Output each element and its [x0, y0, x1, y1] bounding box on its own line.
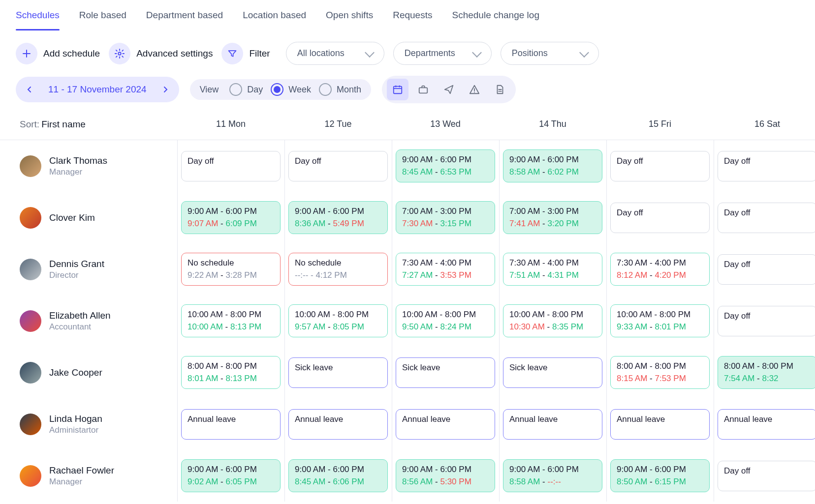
schedule-cell[interactable]: 7:00 AM - 3:00 PM7:30 AM - 3:15 PM: [392, 192, 499, 243]
schedule-cell[interactable]: Annual leave: [714, 398, 815, 450]
employee-cell[interactable]: Clark ThomasManager: [0, 140, 177, 192]
schedule-cell[interactable]: Day off: [177, 140, 284, 192]
prev-week-button[interactable]: [21, 81, 38, 98]
schedule-cell[interactable]: 7:30 AM - 4:00 PM7:51 AM - 4:31 PM: [499, 243, 606, 295]
tab-schedules[interactable]: Schedules: [16, 4, 60, 30]
warning-button[interactable]: [464, 79, 485, 100]
shift-time: Day off: [295, 155, 381, 168]
schedule-row: Linda HoganAdministartorAnnual leaveAnnu…: [0, 398, 815, 450]
shift-card: Day off: [718, 306, 815, 336]
shift-time: Day off: [724, 155, 811, 168]
departments-select[interactable]: Departments: [393, 42, 492, 65]
schedule-cell[interactable]: Annual leave: [284, 398, 392, 450]
schedule-cell[interactable]: 10:00 AM - 8:00 PM10:00 AM - 8:13 PM: [177, 295, 284, 347]
employee-cell[interactable]: Dennis GrantDirector: [0, 243, 177, 295]
advanced-settings-button[interactable]: Advanced settings: [109, 43, 213, 64]
calendar-button[interactable]: [387, 79, 408, 100]
schedule-cell[interactable]: 9:00 AM - 6:00 PM8:45 AM - 6:53 PM: [392, 140, 499, 192]
tab-location-based[interactable]: Location based: [243, 4, 306, 30]
schedule-cell[interactable]: Annual leave: [177, 398, 284, 450]
schedule-cell[interactable]: 9:00 AM - 6:00 PM8:56 AM - 5:30 PM: [392, 450, 499, 502]
locations-select-value: All locations: [297, 48, 345, 59]
schedule-cell[interactable]: Day off: [714, 243, 815, 295]
avatar: [20, 155, 41, 177]
schedule-cell[interactable]: 9:00 AM - 6:00 PM8:36 AM - 5:49 PM: [284, 192, 392, 243]
sort-header[interactable]: Sort: First name: [0, 116, 177, 140]
schedule-cell[interactable]: 10:00 AM - 8:00 PM9:50 AM - 8:24 PM: [392, 295, 499, 347]
schedule-cell[interactable]: Annual leave: [499, 398, 606, 450]
schedule-cell[interactable]: Sick leave: [499, 347, 606, 398]
shift-actual: 8:45 AM - 6:53 PM: [402, 166, 489, 178]
schedule-cell[interactable]: Day off: [284, 140, 392, 192]
schedule-cell[interactable]: Annual leave: [606, 398, 714, 450]
schedule-cell[interactable]: 10:00 AM - 8:00 PM10:30 AM - 8:35 PM: [499, 295, 606, 347]
schedule-cell[interactable]: 9:00 AM - 6:00 PM8:45 AM - 6:06 PM: [284, 450, 392, 502]
shift-card: 7:30 AM - 4:00 PM8:12 AM - 4:20 PM: [610, 253, 710, 286]
date-range[interactable]: 11 - 17 November 2024: [41, 84, 154, 95]
schedule-cell[interactable]: 7:00 AM - 3:00 PM7:41 AM - 3:20 PM: [499, 192, 606, 243]
schedule-cell[interactable]: Annual leave: [392, 398, 499, 450]
send-button[interactable]: [438, 79, 460, 100]
employee-cell[interactable]: Jake Cooper: [0, 347, 177, 398]
shift-card: 10:00 AM - 8:00 PM10:00 AM - 8:13 PM: [181, 304, 281, 337]
day-header: 11 Mon: [177, 116, 284, 140]
schedule-cell[interactable]: 9:00 AM - 6:00 PM9:02 AM - 6:05 PM: [177, 450, 284, 502]
tab-requests[interactable]: Requests: [393, 4, 432, 30]
locations-select[interactable]: All locations: [286, 42, 384, 65]
employee-role: Director: [49, 270, 104, 280]
schedule-cell[interactable]: 9:00 AM - 6:00 PM8:58 AM - 6:02 PM: [499, 140, 606, 192]
day-header: 15 Fri: [606, 116, 714, 140]
employee-cell[interactable]: Elizabeth AllenAccountant: [0, 295, 177, 347]
shift-card: 9:00 AM - 6:00 PM8:58 AM - --:--: [503, 459, 602, 492]
tab-department-based[interactable]: Department based: [146, 4, 223, 30]
tab-role-based[interactable]: Role based: [79, 4, 126, 30]
shift-card: 9:00 AM - 6:00 PM8:56 AM - 5:30 PM: [396, 459, 495, 492]
add-schedule-button[interactable]: Add schedule: [16, 43, 100, 64]
schedule-row: Elizabeth AllenAccountant10:00 AM - 8:00…: [0, 295, 815, 347]
document-button[interactable]: [489, 79, 511, 100]
schedule-cell[interactable]: 7:30 AM - 4:00 PM8:12 AM - 4:20 PM: [606, 243, 714, 295]
employee-cell[interactable]: Clover Kim: [0, 192, 177, 243]
schedule-cell[interactable]: No schedule--:-- - 4:12 PM: [284, 243, 392, 295]
advanced-settings-label: Advanced settings: [136, 48, 213, 59]
schedule-cell[interactable]: 9:00 AM - 6:00 PM8:50 AM - 6:15 PM: [606, 450, 714, 502]
radio-icon: [229, 83, 242, 96]
schedule-cell[interactable]: Day off: [606, 140, 714, 192]
schedule-cell[interactable]: Day off: [714, 450, 815, 502]
schedule-cell[interactable]: Day off: [606, 192, 714, 243]
filter-button[interactable]: Filter: [221, 43, 277, 64]
shift-card: Day off: [718, 151, 815, 181]
shift-time: 10:00 AM - 8:00 PM: [402, 309, 489, 321]
schedule-cell[interactable]: Day off: [714, 192, 815, 243]
schedule-cell[interactable]: 9:00 AM - 6:00 PM8:58 AM - --:--: [499, 450, 606, 502]
view-day[interactable]: Day: [229, 83, 263, 96]
avatar: [20, 259, 41, 280]
schedule-cell[interactable]: 10:00 AM - 8:00 PM9:33 AM - 8:01 PM: [606, 295, 714, 347]
shift-actual: 7:27 AM - 3:53 PM: [402, 269, 489, 282]
schedule-cell[interactable]: 7:30 AM - 4:00 PM7:27 AM - 3:53 PM: [392, 243, 499, 295]
employee-cell[interactable]: Linda HoganAdministartor: [0, 398, 177, 450]
tab-open-shifts[interactable]: Open shifts: [326, 4, 373, 30]
employee-cell[interactable]: Rachael FowlerManager: [0, 450, 177, 502]
schedule-cell[interactable]: 10:00 AM - 8:00 PM9:57 AM - 8:05 PM: [284, 295, 392, 347]
schedule-cell[interactable]: 8:00 AM - 8:00 PM8:01 AM - 8:13 PM: [177, 347, 284, 398]
schedule-cell[interactable]: 8:00 AM - 8:00 PM8:15 AM - 7:53 PM: [606, 347, 714, 398]
add-schedule-label: Add schedule: [43, 48, 100, 59]
shift-time: Day off: [617, 207, 703, 219]
view-week[interactable]: Week: [271, 83, 311, 96]
schedule-cell[interactable]: 8:00 AM - 8:00 PM7:54 AM - 8:32: [714, 347, 815, 398]
shift-time: Day off: [724, 310, 811, 323]
view-month[interactable]: Month: [319, 83, 361, 96]
positions-select[interactable]: Positions: [501, 42, 599, 65]
schedule-cell[interactable]: Sick leave: [392, 347, 499, 398]
schedule-cell[interactable]: Day off: [714, 140, 815, 192]
schedule-cell[interactable]: 9:00 AM - 6:00 PM9:07 AM - 6:09 PM: [177, 192, 284, 243]
shift-card: Day off: [610, 151, 710, 181]
schedule-cell[interactable]: Sick leave: [284, 347, 392, 398]
next-week-button[interactable]: [157, 81, 174, 98]
schedule-cell[interactable]: No schedule9:22 AM - 3:28 PM: [177, 243, 284, 295]
tab-schedule-change-log[interactable]: Schedule change log: [452, 4, 539, 30]
briefcase-button[interactable]: [412, 79, 434, 100]
schedule-cell[interactable]: Day off: [714, 295, 815, 347]
shift-card: Sick leave: [288, 357, 388, 388]
